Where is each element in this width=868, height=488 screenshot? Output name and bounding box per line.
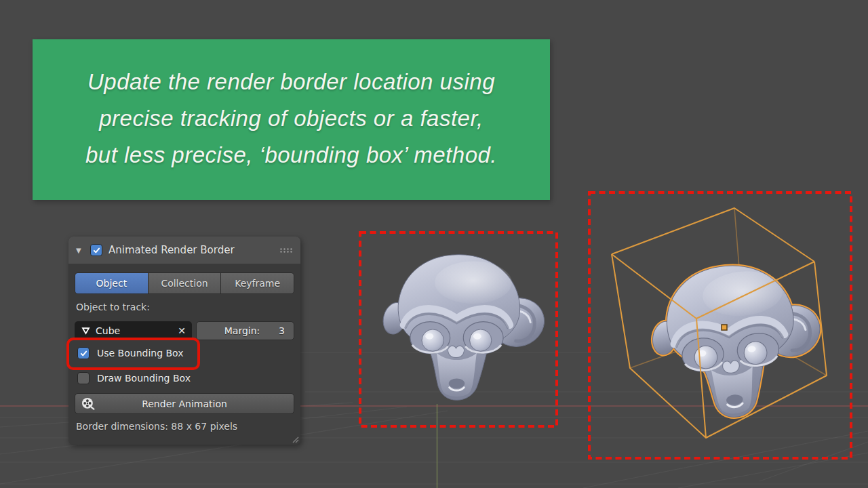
border-dimensions-status: Border dimensions: 88 x 67 pixels [76,421,237,432]
draw-bounding-box-checkbox[interactable] [77,372,90,384]
use-bounding-box-row[interactable]: Use Bounding Box [77,347,184,359]
caption-line-2: precise tracking of objects or a faster, [33,100,550,137]
clear-object-icon[interactable]: ✕ [178,326,186,336]
margin-label: Margin: [205,325,279,336]
collapse-arrow-icon[interactable]: ▼ [76,247,84,254]
margin-value: 3 [279,325,285,336]
monkey-object-right-selected[interactable] [644,258,833,424]
render-animation-label: Render Animation [96,399,273,409]
use-bounding-box-label: Use Bounding Box [97,348,184,359]
caption-banner: Update the render border location using … [33,39,550,200]
object-origin-dot [722,325,727,330]
object-name-value: Cube [96,325,120,336]
object-selector-field[interactable]: Cube ✕ [75,321,192,340]
render-animation-button[interactable]: Render Animation [75,393,294,414]
tab-object[interactable]: Object [75,273,149,293]
panel-enable-checkbox[interactable] [90,244,102,256]
panel-title: Animated Render Border [108,244,273,256]
panel-header[interactable]: ▼ Animated Render Border [68,237,300,264]
caption-line-3: but less precise, ‘bounding box’ method. [33,137,550,174]
use-bounding-box-checkbox[interactable] [77,347,90,359]
object-to-track-label: Object to track: [76,302,150,312]
panel-resize-handle[interactable] [292,436,299,443]
draw-bounding-box-label: Draw Bounding Box [97,373,191,384]
tab-keyframe[interactable]: Keyframe [221,273,294,293]
animated-render-border-panel: ▼ Animated Render Border Object Collecti… [68,237,300,445]
margin-number-field[interactable]: Margin: 3 [196,321,294,340]
tab-collection[interactable]: Collection [149,273,222,293]
draw-bounding-box-row[interactable]: Draw Bounding Box [77,372,191,384]
drag-handle-icon[interactable] [279,247,293,253]
monkey-object-left[interactable] [380,255,551,401]
film-reel-icon [81,396,96,411]
mesh-data-icon [81,326,91,336]
mode-tabs: Object Collection Keyframe [75,272,294,294]
caption-line-1: Update the render border location using [33,64,550,100]
